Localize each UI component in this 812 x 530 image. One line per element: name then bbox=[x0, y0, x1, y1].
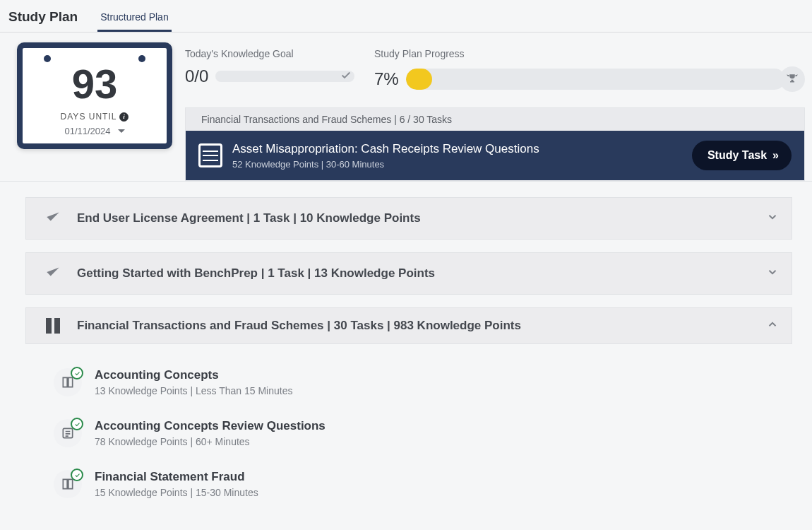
list-icon bbox=[54, 419, 82, 447]
chevron-down-icon bbox=[766, 211, 779, 226]
days-until-label: DAYS UNTIL bbox=[61, 112, 117, 122]
section-row[interactable]: Financial Transactions and Fraud Schemes… bbox=[25, 307, 792, 344]
current-task-title: Asset Misappropriation: Cash Receipts Re… bbox=[232, 142, 539, 156]
info-icon[interactable]: i bbox=[119, 112, 129, 122]
section-title: Getting Started with BenchPrep | 1 Task … bbox=[77, 266, 435, 281]
trophy-icon bbox=[780, 66, 805, 92]
section-row[interactable]: Getting Started with BenchPrep | 1 Task … bbox=[25, 252, 792, 295]
section-row[interactable]: End User License Agreement | 1 Task | 10… bbox=[25, 197, 792, 240]
exam-date-dropdown[interactable]: 01/11/2024 bbox=[28, 126, 161, 136]
list-icon bbox=[198, 143, 222, 167]
caret-down-icon bbox=[118, 129, 125, 133]
pause-icon bbox=[46, 318, 60, 334]
check-icon bbox=[44, 263, 62, 284]
exam-date-value: 01/11/2024 bbox=[64, 126, 110, 136]
book-icon bbox=[54, 368, 82, 396]
chevron-right-icon: » bbox=[772, 149, 776, 162]
chevron-up-icon bbox=[766, 318, 779, 334]
plan-progress-bar bbox=[406, 69, 785, 90]
section-title: End User License Agreement | 1 Task | 10… bbox=[77, 211, 421, 225]
task-item[interactable]: Accounting Concepts13 Knowledge Points |… bbox=[47, 357, 792, 408]
chevron-down-icon bbox=[766, 266, 779, 281]
page-title: Study Plan bbox=[8, 9, 78, 32]
days-number: 93 bbox=[28, 64, 161, 105]
task-item-title: Accounting Concepts Review Questions bbox=[95, 419, 326, 433]
section-title: Financial Transactions and Fraud Schemes… bbox=[77, 319, 521, 333]
goal-value: 0/0 bbox=[185, 66, 208, 86]
goal-label: Today's Knowledge Goal bbox=[185, 48, 354, 59]
tab-structured-plan[interactable]: Structured Plan bbox=[97, 7, 172, 32]
check-icon bbox=[44, 208, 62, 229]
task-item-title: Accounting Concepts bbox=[95, 368, 292, 382]
current-task-subtitle: 52 Knowledge Points | 30-60 Minutes bbox=[232, 159, 539, 170]
plan-progress-label: Study Plan Progress bbox=[374, 48, 805, 59]
task-item-subtitle: 13 Knowledge Points | Less Than 15 Minut… bbox=[95, 385, 292, 396]
task-item-subtitle: 78 Knowledge Points | 60+ Minutes bbox=[95, 436, 326, 447]
countdown-card: 93 DAYS UNTIL i 01/11/2024 bbox=[17, 42, 172, 149]
goal-progress-bar bbox=[215, 71, 354, 82]
check-icon bbox=[340, 71, 352, 82]
task-item-title: Financial Statement Fraud bbox=[95, 470, 258, 484]
task-item-subtitle: 15 Knowledge Points | 15-30 Minutes bbox=[95, 487, 258, 498]
task-item[interactable]: Accounting Concepts Review Questions78 K… bbox=[47, 408, 792, 459]
plan-progress-value: 7% bbox=[374, 69, 399, 89]
study-task-button[interactable]: Study Task » bbox=[692, 141, 792, 170]
current-task-header: Financial Transactions and Fraud Schemes… bbox=[186, 108, 804, 131]
book-icon bbox=[54, 470, 82, 498]
task-item[interactable]: Financial Statement Fraud15 Knowledge Po… bbox=[47, 459, 792, 510]
